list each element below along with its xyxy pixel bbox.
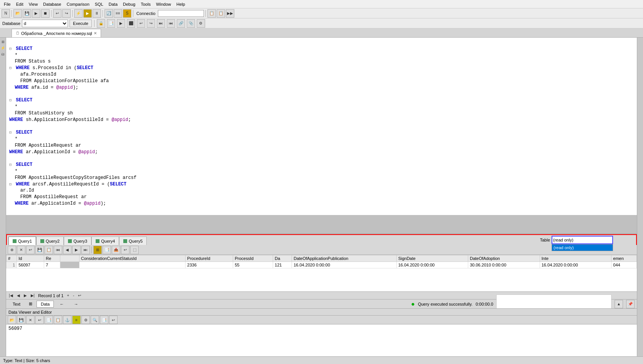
open-button[interactable]: 📂: [13, 9, 22, 18]
nav-first[interactable]: |◀: [8, 293, 13, 298]
results-btn-3[interactable]: ↩: [26, 246, 35, 254]
right-scrollbar[interactable]: [637, 38, 643, 364]
results-btn-14[interactable]: ⬚: [130, 246, 139, 254]
query-tab-4[interactable]: Query4: [91, 237, 119, 245]
toolbar-btn-3[interactable]: ▶: [32, 9, 40, 18]
dv-btn-4[interactable]: ↩: [35, 316, 44, 324]
sidebar-icon-2[interactable]: ⚡: [0, 45, 6, 51]
results-btn-13[interactable]: ↩: [121, 246, 129, 254]
save-button[interactable]: 💾: [23, 9, 31, 18]
db-btn-5[interactable]: ↩: [137, 19, 145, 28]
query-tab-1[interactable]: Query1: [8, 237, 36, 245]
nav-delete[interactable]: -: [73, 293, 75, 298]
sidebar-icon-3[interactable]: 🗂: [0, 51, 6, 57]
collapse-1[interactable]: ⊟: [9, 46, 13, 52]
tab-data[interactable]: Data: [36, 301, 54, 308]
collapse-2[interactable]: ⊟: [9, 66, 13, 71]
db-btn-4[interactable]: ⬛: [127, 19, 135, 28]
menu-view[interactable]: View: [27, 1, 40, 7]
menu-data[interactable]: Data: [106, 1, 120, 7]
table-select[interactable]: (read only): [552, 236, 613, 244]
tab-arrow-fwd[interactable]: →: [70, 301, 82, 308]
results-btn-8[interactable]: ▶: [72, 246, 81, 254]
dv-btn-8[interactable]: ≡: [72, 316, 81, 324]
menu-file[interactable]: File: [2, 1, 13, 7]
menu-sql[interactable]: SQL: [93, 1, 106, 7]
collapse-4[interactable]: ⊟: [9, 130, 13, 136]
query-tab-3[interactable]: Query3: [64, 237, 91, 245]
toolbar-btn-5[interactable]: ↩: [53, 9, 61, 18]
dv-btn-3[interactable]: ✕: [26, 316, 35, 324]
db-btn-7[interactable]: ⏭: [157, 19, 165, 28]
db-btn-9[interactable]: 🔗: [177, 19, 185, 28]
menu-help[interactable]: Help: [174, 1, 187, 7]
new-sql-button[interactable]: N: [2, 9, 10, 18]
menu-database[interactable]: Database: [41, 1, 63, 7]
db-btn-6[interactable]: ↪: [147, 19, 155, 28]
results-btn-9[interactable]: ⏭: [81, 246, 90, 254]
maximize-btn[interactable]: ▲: [615, 300, 623, 308]
query-tab-2[interactable]: Query2: [36, 237, 64, 245]
collapse-6[interactable]: ⊟: [9, 182, 13, 187]
db-btn-10[interactable]: 📎: [187, 19, 195, 28]
toolbar-btn-10[interactable]: 🔄: [104, 9, 113, 18]
results-btn-5[interactable]: 📋: [45, 246, 53, 254]
db-btn-11[interactable]: ⚙: [197, 19, 205, 28]
results-btn-12[interactable]: 📤: [112, 246, 120, 254]
execute-button[interactable]: Execute: [70, 20, 92, 27]
collapse-3[interactable]: ⊟: [9, 98, 13, 103]
toolbar-btn-8[interactable]: ▶: [83, 9, 92, 18]
nav-prev[interactable]: ◀: [17, 293, 20, 298]
menu-edit[interactable]: Edit: [14, 1, 26, 7]
dv-btn-1[interactable]: 📂: [8, 316, 16, 324]
toolbar-btn-14[interactable]: 📋: [217, 9, 225, 18]
toolbar-btn-6[interactable]: ↪: [62, 9, 71, 18]
tab-text[interactable]: Text: [8, 301, 25, 308]
toolbar-btn-13[interactable]: 📋: [207, 9, 216, 18]
database-select[interactable]: d: [22, 20, 68, 27]
nav-refresh[interactable]: ↩: [78, 293, 81, 298]
toolbar-btn-15[interactable]: ▶▶: [226, 9, 234, 18]
nav-next[interactable]: ▶: [23, 293, 27, 298]
toolbar-btn-11[interactable]: ≡≡: [114, 9, 122, 18]
dropdown-option-readonly[interactable]: (read only): [552, 245, 613, 251]
dv-btn-9[interactable]: ⚙: [81, 316, 90, 324]
sql-editor[interactable]: ⊟ SELECT * FROM Status s ⊟ WHERE s.Proce…: [6, 38, 637, 215]
results-btn-4[interactable]: 💾: [35, 246, 44, 254]
toolbar-btn-9[interactable]: ⏸: [93, 9, 101, 18]
toolbar-btn-12[interactable]: S: [123, 9, 131, 18]
dv-btn-5[interactable]: 📑: [45, 316, 53, 324]
results-btn-11[interactable]: 📑: [103, 246, 111, 254]
toolbar-btn-7[interactable]: ⚡: [74, 9, 83, 18]
dv-btn-11[interactable]: 📑: [100, 316, 108, 324]
results-btn-10[interactable]: ⊞: [93, 246, 102, 254]
db-btn-1[interactable]: 🔒: [97, 19, 105, 28]
collapse-5[interactable]: ⊟: [9, 162, 13, 168]
dv-btn-7[interactable]: ⚓: [63, 316, 71, 324]
table-container[interactable]: # Id Re ConsiderationCurrentStatusId Pro…: [6, 255, 637, 291]
file-tab-active[interactable]: 🗒 Обработка _Апостиля по номеру.sql ✕: [12, 29, 101, 37]
db-btn-2[interactable]: 📑: [107, 19, 115, 28]
dv-btn-10[interactable]: 🔍: [91, 316, 99, 324]
toolbar-btn-4[interactable]: ⏹: [41, 9, 50, 18]
nav-last[interactable]: ▶|: [30, 293, 35, 298]
results-btn-7[interactable]: ◀: [63, 246, 71, 254]
menu-window[interactable]: Window: [154, 1, 173, 7]
sidebar-icon-1[interactable]: ⊞: [0, 39, 6, 45]
dv-btn-12[interactable]: ↩: [109, 316, 118, 324]
results-btn-6[interactable]: ⏮: [54, 246, 62, 254]
nav-add[interactable]: +: [66, 293, 70, 298]
dv-btn-6[interactable]: 📋: [54, 316, 62, 324]
dv-btn-2[interactable]: 💾: [17, 316, 25, 324]
results-btn-2[interactable]: ✕: [17, 246, 25, 254]
tab-data-icon[interactable]: ⊞: [26, 300, 35, 308]
menu-debug[interactable]: Debug: [121, 1, 138, 7]
menu-comparison[interactable]: Comparison: [64, 1, 91, 7]
db-btn-8[interactable]: ⏮: [167, 19, 175, 28]
query-tab-5[interactable]: Query5: [119, 237, 147, 245]
pin-btn[interactable]: 📌: [626, 300, 635, 308]
db-btn-3[interactable]: ▶: [117, 19, 125, 28]
tab-arrow-back[interactable]: ←: [55, 301, 68, 308]
menu-tools[interactable]: Tools: [138, 1, 153, 7]
results-btn-1[interactable]: ⊕: [8, 246, 16, 254]
